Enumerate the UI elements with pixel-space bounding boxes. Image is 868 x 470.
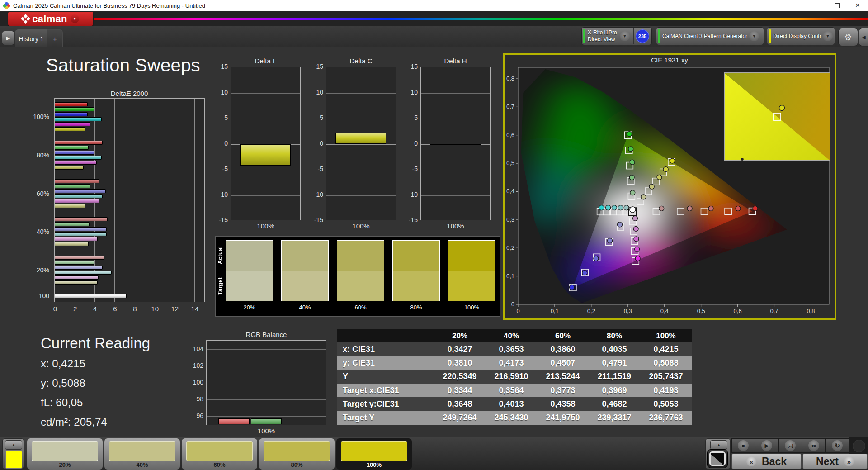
stop-button[interactable]: ■ [731, 438, 755, 453]
cie-measured-marker [628, 147, 633, 152]
loop-button[interactable]: ∞ [802, 438, 826, 453]
deltae-bar [55, 275, 99, 280]
current-reading-value: fL: 60,05 [41, 396, 83, 409]
deltae-bar [55, 117, 102, 121]
cie-measured-marker [618, 205, 623, 210]
deltae-bar [55, 199, 99, 203]
x-tick-label: 2 [71, 305, 80, 313]
cie-chart-title: CIE 1931 xy [505, 56, 835, 64]
live-pattern-patch [5, 451, 22, 469]
refresh-icon: ↻ [832, 440, 843, 451]
x-tick-label: 8 [131, 305, 140, 313]
cie-measured-marker [630, 190, 635, 195]
deltae-group-label: 80% [37, 152, 49, 159]
swatch-label: 40% [281, 304, 329, 311]
patch-panel-expand-button[interactable]: ▲ [5, 440, 22, 450]
pattern-card-label: 40% [104, 461, 180, 468]
y-tick-label: 15 [401, 63, 418, 70]
table-row: x: CIE310,34270,36530,38600,40350,4215 [337, 342, 692, 356]
table-corner-cell [337, 329, 434, 342]
y-tick-label: 15 [212, 63, 228, 70]
loop-icon: ∞ [808, 440, 819, 451]
y-tick-label: -10 [212, 191, 228, 198]
deltae-bar [55, 141, 103, 145]
window-frame-icon [709, 451, 726, 466]
deltae-group-label: 60% [37, 190, 49, 197]
y-tick-label: -10 [307, 191, 323, 198]
restore-button[interactable] [826, 0, 847, 11]
svg-text:0,1: 0,1 [506, 273, 514, 280]
minimize-button[interactable]: — [806, 0, 826, 11]
next-button[interactable]: Next » [802, 454, 868, 469]
table-cell: 216,5910 [486, 370, 537, 384]
deltae-bar [55, 261, 94, 265]
cie-measured-marker [670, 158, 675, 163]
window-panel-expand-button[interactable]: ▲ [710, 440, 727, 450]
meter-count-badge: 235 [636, 29, 649, 43]
pattern-card-label: 60% [182, 461, 257, 468]
y-tick-label: -15 [212, 216, 228, 223]
table-cell: 0,4013 [486, 397, 537, 411]
y-tick-label: 0 [307, 140, 323, 147]
gridline [326, 93, 396, 94]
mini-chart-title: Delta C [326, 57, 396, 65]
actual-swatch [337, 241, 384, 271]
deltae-bar [55, 166, 84, 170]
play-right-icon: ▶ [6, 35, 10, 41]
cie-measured-marker [630, 207, 636, 213]
calman-app-window: Calman 2025 Calman Ultimate for Business… [0, 0, 868, 470]
collapse-panel-button[interactable]: ◀ [859, 28, 868, 46]
play-button[interactable]: ▶ [755, 438, 778, 453]
cie-measured-marker [629, 175, 634, 180]
deltae-bar [55, 266, 103, 270]
calman-menu-button[interactable]: calman ▼ [8, 12, 93, 26]
pattern-level-card[interactable]: 20% [27, 438, 103, 470]
cie-measured-marker [627, 132, 632, 137]
tab-nav-button[interactable]: ▶ [2, 31, 14, 45]
tab-history-1[interactable]: History 1 [15, 29, 47, 47]
table-row-label: Y [337, 370, 434, 384]
deltae-group-label: 100% [33, 113, 49, 120]
deltae-group-label: 100 [39, 292, 49, 299]
deltae-bar [55, 222, 90, 226]
red-balance-bar [218, 418, 250, 424]
deltae-bar [55, 127, 85, 131]
actual-swatch [282, 241, 328, 271]
y-tick-label: 0 [401, 140, 418, 147]
range-button[interactable]: [‥] [778, 438, 802, 453]
pattern-card-label: 80% [259, 461, 335, 468]
display-control-dropdown[interactable]: Direct Display Control ▼ [767, 27, 835, 45]
deltae-bar-group: 60% [55, 179, 204, 208]
mini-chart-title: Delta L [231, 57, 301, 65]
y-tick-label: 102 [188, 362, 203, 369]
target-swatch [226, 271, 273, 301]
cie-measured-marker [635, 247, 640, 252]
gridline [207, 416, 326, 417]
pattern-level-card[interactable]: 80% [259, 438, 335, 470]
window-title: Calman 2025 Calman Ultimate for Business… [13, 2, 205, 9]
pattern-generator-dropdown[interactable]: CalMAN Client 3 Pattern Generator ▼ [656, 27, 764, 45]
x-tick-label: 14 [190, 305, 199, 313]
delta-bar [335, 133, 386, 144]
deltae-bar [55, 227, 107, 231]
meter-dropdown[interactable]: X-Rite i1Pro 2Direct View ▼ 235 [581, 27, 652, 45]
back-button[interactable]: « Back [731, 454, 802, 469]
table-cell: 220,5349 [434, 370, 486, 384]
close-button[interactable]: × [847, 0, 868, 11]
pattern-window-button[interactable] [707, 449, 728, 468]
settings-button[interactable]: ⚙ [838, 28, 858, 46]
table-cell: 249,7264 [434, 411, 486, 425]
display-control-label: Direct Display Control [773, 33, 821, 40]
refresh-button[interactable]: ↻ [826, 438, 849, 453]
pattern-level-card[interactable]: 60% [182, 438, 257, 470]
chevrons-left-icon: « [746, 456, 756, 466]
deltae-bar [55, 112, 88, 116]
add-tab-button[interactable]: + [47, 29, 63, 47]
table-row-label: y: CIE31 [337, 356, 434, 370]
cie-measured-marker [608, 238, 613, 243]
green-balance-bar [251, 418, 282, 424]
swatch-label: 60% [337, 304, 384, 311]
pattern-level-card[interactable]: 40% [104, 438, 180, 470]
pattern-level-card[interactable]: 100% [336, 438, 412, 470]
table-row: Y220,5349216,5910213,5244211,1519205,743… [337, 370, 692, 384]
